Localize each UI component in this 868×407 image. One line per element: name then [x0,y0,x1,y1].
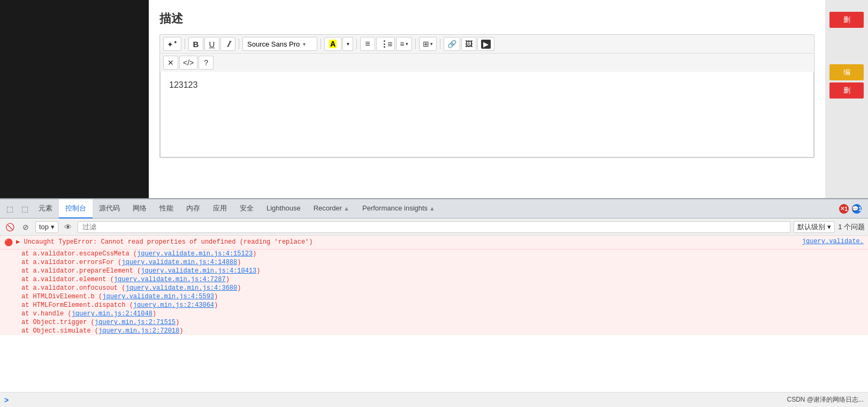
font-selector[interactable]: Source Sans Pro ▾ [242,37,317,51]
tab-performance-insights[interactable]: Performance insights ▲ [356,199,441,218]
underline-button[interactable]: U [204,37,219,51]
tab-memory[interactable]: 内存 [180,199,207,218]
editor-content[interactable]: 123123 [160,72,814,157]
list-ul-icon: ≡ [365,39,370,49]
tab-lighthouse[interactable]: Lighthouse [260,199,307,218]
stack-link-8[interactable]: jquery.min.js:2:41048 [72,310,153,318]
stack-end-10: ) [179,327,183,335]
tab-network[interactable]: 网络 [126,199,153,218]
top-select[interactable]: top ▾ [35,221,58,233]
align-button[interactable]: ≡ ▾ [396,37,412,51]
comment-count: 1 [858,206,862,212]
devtools-tab-bar: ⬚ ⬚ 元素 控制台 源代码 网络 性能 内存 应用 安全 Lighthous [0,199,868,218]
tab-security[interactable]: 安全 [233,199,260,218]
filter-input[interactable] [78,221,790,233]
default-level-arrow-icon: ▾ [827,223,831,231]
tab-recorder[interactable]: Recorder ▲ [307,199,356,218]
stop-icon: ⊘ [22,223,29,231]
stack-link-5[interactable]: jquery.validate.min.js:4:3680 [125,284,237,292]
help-button[interactable]: ? [199,56,214,70]
console-clear-button[interactable]: 🚫 [3,221,16,233]
console-bottom-bar: > CSDN @谢泽的网络日志... [0,392,868,407]
color-dropdown-arrow-icon: ▾ [347,41,349,47]
stack-text-2: at a.validator.errorsFor ( [21,259,121,266]
strikethrough-button[interactable]: 𝐼 [220,37,235,51]
tab-recorder-label: Recorder [314,204,342,212]
cursor-icon-button[interactable]: ⬚ [2,201,17,216]
comment-icon-small: 💬 [852,206,858,212]
stack-end-9: ) [176,319,179,326]
stack-link-4[interactable]: jquery.validate.min.js:4:7287 [114,276,226,283]
right-sidebar: 述描 删 编 删 [825,0,868,198]
error-source-link[interactable]: jquery.validate. [802,238,864,245]
bottom-credit: CSDN @谢泽的网络日志... [787,395,864,404]
stack-link-10[interactable]: jquery.min.js:2:72018 [98,327,179,335]
toolbar-separator-6 [440,39,440,49]
stack-link-1[interactable]: jquery.validate.min.js:4:15123 [137,250,253,258]
table-button[interactable]: ⊞ ▾ [419,37,437,51]
tab-elements[interactable]: 元素 [32,199,59,218]
label-miaoshu-1: 述描 [829,5,864,10]
stack-link-9[interactable]: jquery.min.js:2:71515 [95,319,176,326]
color-dropdown[interactable]: ▾ [342,37,353,51]
tab-performance[interactable]: 性能 [153,199,180,218]
font-arrow-icon: ▾ [303,41,306,47]
edit-button-2[interactable]: 编 [829,64,864,80]
eye-button[interactable]: 👁 [62,221,74,233]
error-text-block: ▶ Uncaught TypeError: Cannot read proper… [16,238,799,246]
magic-button[interactable]: ✦✦ [163,37,181,51]
stack-link-6[interactable]: jquery.validate.min.js:4:5593 [102,293,214,300]
list-ul-button[interactable]: ≡ [360,37,375,51]
devtools-panel: ⬚ ⬚ 元素 控制台 源代码 网络 性能 内存 应用 安全 Lighthous [0,198,868,407]
media-button[interactable]: ▶ [477,37,494,51]
stack-text-6: at HTMLDivElement.b ( [21,293,102,300]
default-level-label: 默认级别 [797,222,825,232]
tab-application[interactable]: 应用 [207,199,233,218]
list-ol-icon: ⋮≡ [380,39,391,49]
tab-elements-label: 元素 [39,204,52,213]
bold-button[interactable]: B [188,37,203,51]
list-ol-button[interactable]: ⋮≡ [376,37,395,51]
device-icon-button[interactable]: ⬚ [17,201,32,216]
stack-end-6: ) [214,293,218,300]
recorder-pin-icon: ▲ [344,205,349,212]
clear-console-icon: 🚫 [5,223,14,231]
error-badge: ✕ 1 [839,204,849,214]
stack-line-2: at a.validator.errorsFor ( jquery.valida… [0,258,868,267]
stack-text-10: at Object.simulate ( [21,327,98,335]
left-sidebar [0,0,149,198]
stack-line-4: at a.validator.element ( jquery.validate… [0,275,868,284]
stack-link-2[interactable]: jquery.validate.min.js:4:14888 [121,259,237,266]
stack-line-8: at v.handle ( jquery.min.js:2:41048 ) [0,310,868,318]
stack-end-3: ) [256,267,260,275]
default-level-select[interactable]: 默认级别 ▾ [794,221,835,233]
toolbar-separator-5 [415,39,416,49]
align-icon: ≡ [400,40,404,48]
table-icon: ⊞ [423,40,429,48]
delete-button-1[interactable]: 删 [829,12,864,28]
cursor-icon: ⬚ [6,205,13,213]
html-source-button[interactable]: </> [179,56,197,70]
toolbar-separator-2 [239,39,239,49]
stack-link-3[interactable]: jquery.validate.min.js:4:10413 [141,267,256,275]
stack-text-4: at a.validator.element ( [21,276,114,283]
tab-console[interactable]: 控制台 [59,199,93,218]
stack-line-1: at a.validator.escapeCssMeta ( jquery.va… [0,250,868,258]
console-stop-button[interactable]: ⊘ [19,221,32,233]
stack-end-2: ) [237,259,241,266]
color-button[interactable]: A [324,37,341,51]
delete-button-2[interactable]: 删 [829,82,864,99]
toolbar-row1: ✦✦ B U 𝐼 Source Sans Pro ▾ [160,35,814,54]
editor-toolbar-wrapper: ✦✦ B U 𝐼 Source Sans Pro ▾ [159,34,814,158]
image-button[interactable]: 🖼 [461,37,476,51]
stack-line-5: at a.validator.onfocusout ( jquery.valid… [0,284,868,292]
link-icon: 🔗 [447,40,456,48]
stack-end-4: ) [226,276,230,283]
comment-badge: 💬 1 [852,204,862,214]
toolbar-row2: ✕ </> ? [160,54,814,72]
clear-format-button[interactable]: ✕ [163,56,178,70]
issue-count: 1 个问题 [838,222,865,232]
stack-link-7[interactable]: jquery.min.js:2:43064 [133,302,214,309]
tab-sources[interactable]: 源代码 [93,199,126,218]
link-button[interactable]: 🔗 [444,37,460,51]
